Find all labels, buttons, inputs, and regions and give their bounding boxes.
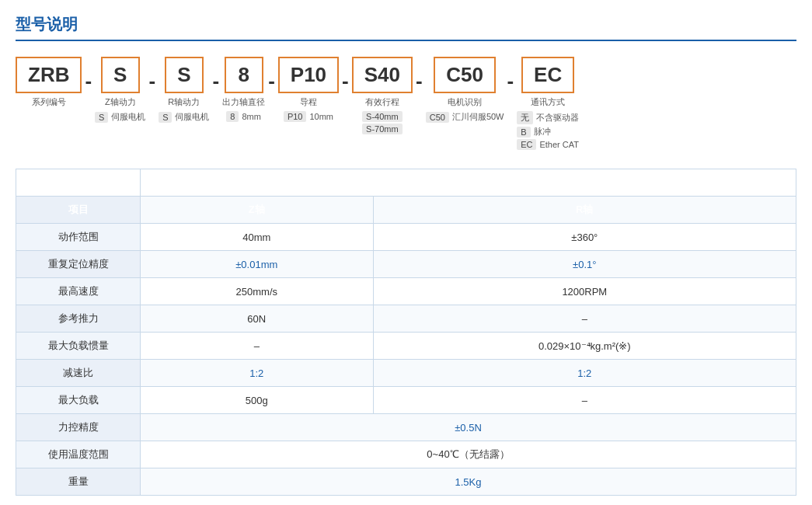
option-tag: B bbox=[517, 127, 530, 138]
option-tag: P10 bbox=[284, 111, 307, 122]
model-box-motor: C50 bbox=[434, 57, 496, 93]
table-subheader-2: R轴 bbox=[373, 197, 796, 224]
table-series-label: 系列 bbox=[16, 169, 141, 197]
table-row: 最高速度250mm/s1200RPM bbox=[16, 278, 796, 305]
model-label-series: 系列编号 bbox=[32, 96, 66, 108]
table-cell-r: – bbox=[373, 305, 796, 333]
option-text: 伺服电机 bbox=[111, 111, 145, 123]
model-option-row: S伺服电机 bbox=[159, 111, 209, 123]
model-label-r-power: R轴动力 bbox=[168, 96, 200, 108]
option-text: Ether CAT bbox=[539, 140, 579, 149]
table-cell-label: 力控精度 bbox=[16, 414, 141, 441]
model-separator: - bbox=[413, 57, 426, 98]
table-cell-label: 重复定位精度 bbox=[16, 251, 141, 278]
model-option-row: S-40mm bbox=[362, 111, 403, 122]
table-cell-z: 60N bbox=[141, 305, 374, 333]
model-segment-r-power: SR轴动力S伺服电机 bbox=[159, 57, 209, 123]
table-cell-label: 最大负载 bbox=[16, 387, 141, 414]
model-option-row: C50汇川伺服50W bbox=[426, 111, 504, 123]
model-option-row: P1010mm bbox=[284, 111, 333, 122]
model-segment-shaft-dia: 8出力轴直径88mm bbox=[222, 57, 265, 122]
option-text: 10mm bbox=[309, 112, 333, 121]
model-separator: - bbox=[82, 57, 95, 98]
model-options-shaft-dia: 88mm bbox=[226, 111, 261, 122]
model-label-motor: 电机识别 bbox=[448, 96, 482, 108]
option-tag: S-40mm bbox=[362, 111, 403, 122]
table-cell-span: ±0.5N bbox=[141, 414, 796, 441]
page-title: 型号说明 bbox=[16, 14, 796, 41]
model-label-shaft-dia: 出力轴直径 bbox=[222, 96, 265, 108]
table-cell-label: 最高速度 bbox=[16, 278, 141, 305]
table-cell-label: 参考推力 bbox=[16, 305, 141, 333]
table-cell-r: 0.029×10⁻⁴kg.m²(※) bbox=[373, 333, 796, 360]
table-cell-z: – bbox=[141, 333, 374, 360]
table-subheader-0: 项目 bbox=[16, 197, 141, 224]
table-cell-z: 500g bbox=[141, 387, 374, 414]
table-cell-label: 重量 bbox=[16, 468, 141, 496]
table-cell-z: 40mm bbox=[141, 224, 374, 251]
option-tag: S bbox=[95, 112, 108, 123]
table-cell-r: 1200RPM bbox=[373, 278, 796, 305]
table-row: 重复定位精度±0.01mm±0.1° bbox=[16, 251, 796, 278]
model-label-stroke: 有效行程 bbox=[365, 96, 399, 108]
model-box-z-power: S bbox=[101, 57, 140, 93]
option-tag: EC bbox=[517, 139, 536, 150]
table-row: 动作范围40mm±360° bbox=[16, 224, 796, 251]
model-options-motor: C50汇川伺服50W bbox=[426, 111, 504, 123]
model-separator: - bbox=[145, 57, 159, 98]
model-box-stroke: S40 bbox=[352, 57, 413, 93]
option-text: 伺服电机 bbox=[175, 111, 209, 123]
model-options-comm: 无不含驱动器B脉冲ECEther CAT bbox=[517, 111, 579, 150]
model-label-z-power: Z轴动力 bbox=[105, 96, 136, 108]
table-cell-z: 1:2 bbox=[141, 360, 374, 387]
model-segment-stroke: S40有效行程S-40mmS-70mm bbox=[352, 57, 413, 134]
option-text: 脉冲 bbox=[534, 126, 551, 138]
option-text: 不含驱动器 bbox=[536, 112, 579, 124]
table-cell-label: 动作范围 bbox=[16, 224, 141, 251]
model-option-row: S-70mm bbox=[362, 124, 403, 134]
model-segment-comm: EC通讯方式无不含驱动器B脉冲ECEther CAT bbox=[517, 57, 579, 150]
table-row: 使用温度范围0~40℃（无结露） bbox=[16, 441, 796, 468]
option-tag: 无 bbox=[517, 111, 533, 124]
model-options-stroke: S-40mmS-70mm bbox=[362, 111, 403, 134]
model-separator: - bbox=[265, 57, 278, 98]
table-cell-label: 减速比 bbox=[16, 360, 141, 387]
model-option-row: 无不含驱动器 bbox=[517, 111, 579, 124]
model-box-comm: EC bbox=[521, 57, 574, 93]
option-text: 汇川伺服50W bbox=[452, 111, 504, 123]
table-cell-span: 0~40℃（无结露） bbox=[141, 441, 796, 468]
option-tag: S bbox=[159, 112, 172, 123]
table-cell-label: 使用温度范围 bbox=[16, 441, 141, 468]
model-option-row: ECEther CAT bbox=[517, 139, 579, 150]
table-row: 力控精度±0.5N bbox=[16, 414, 796, 441]
model-label-comm: 通讯方式 bbox=[531, 96, 565, 108]
model-options-lead: P1010mm bbox=[284, 111, 333, 122]
specs-table: 系列ZRB-SS8-P10-S40-C50-EC项目Z轴R轴动作范围40mm±3… bbox=[16, 169, 796, 496]
table-cell-label: 最大负载惯量 bbox=[16, 333, 141, 360]
table-row: 重量1.5Kg bbox=[16, 468, 796, 496]
model-box-shaft-dia: 8 bbox=[225, 57, 263, 93]
table-cell-z: 250mm/s bbox=[141, 278, 374, 305]
table-cell-r: ±0.1° bbox=[373, 251, 796, 278]
model-separator: - bbox=[504, 57, 518, 98]
table-row: 最大负载惯量–0.029×10⁻⁴kg.m²(※) bbox=[16, 333, 796, 360]
model-options-z-power: S伺服电机 bbox=[95, 111, 145, 123]
table-row: 参考推力60N– bbox=[16, 305, 796, 333]
model-separator: - bbox=[209, 57, 222, 98]
table-row: 最大负载500g– bbox=[16, 387, 796, 414]
model-segment-lead: P10导程P1010mm bbox=[278, 57, 339, 122]
model-segment-series: ZRB系列编号 bbox=[16, 57, 82, 108]
option-tag: S-70mm bbox=[362, 124, 403, 134]
table-subheader-1: Z轴 bbox=[141, 197, 374, 224]
model-segment-z-power: SZ轴动力S伺服电机 bbox=[95, 57, 145, 123]
option-tag: 8 bbox=[226, 111, 239, 122]
model-box-series: ZRB bbox=[16, 57, 82, 93]
table-cell-r: ±360° bbox=[373, 224, 796, 251]
option-tag: C50 bbox=[426, 112, 449, 123]
table-series-value: ZRB-SS8-P10-S40-C50-EC bbox=[141, 169, 796, 197]
option-text: 8mm bbox=[242, 112, 260, 121]
model-section: ZRB系列编号-SZ轴动力S伺服电机-SR轴动力S伺服电机-8出力轴直径88mm… bbox=[16, 57, 796, 150]
model-option-row: B脉冲 bbox=[517, 126, 579, 138]
model-option-row: 88mm bbox=[226, 111, 261, 122]
table-cell-r: – bbox=[373, 387, 796, 414]
